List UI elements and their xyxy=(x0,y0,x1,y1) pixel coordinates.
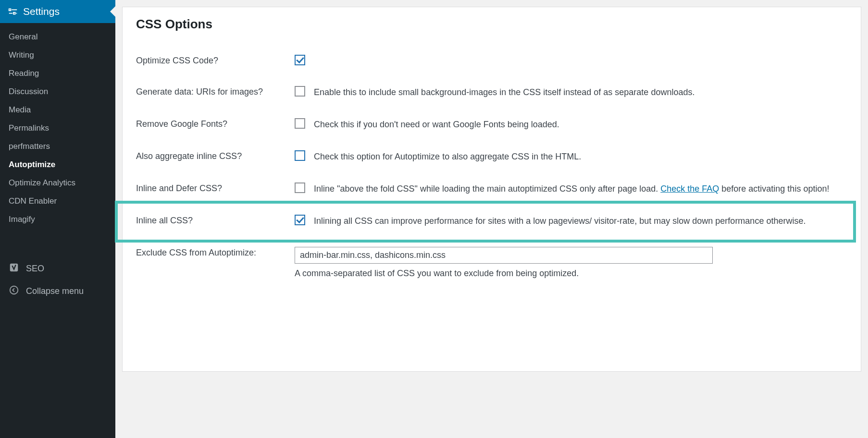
sidebar-collapse-menu[interactable]: Collapse menu xyxy=(0,280,115,303)
sidebar-settings-submenu: General Writing Reading Discussion Media… xyxy=(0,23,115,233)
svg-point-6 xyxy=(10,286,18,294)
remove-google-fonts-label: Remove Google Fonts? xyxy=(136,109,295,141)
exclude-css-input[interactable] xyxy=(295,247,713,264)
sidebar-item-writing[interactable]: Writing xyxy=(0,46,115,64)
exclude-css-label: Exclude CSS from Autoptimize: xyxy=(136,237,295,288)
collapse-icon xyxy=(9,285,19,298)
inline-defer-css-label: Inline and Defer CSS? xyxy=(136,173,295,205)
sidebar-header-label: Settings xyxy=(23,6,60,17)
inline-all-css-label: Inline all CSS? xyxy=(136,205,295,237)
sidebar-item-permalinks[interactable]: Permalinks xyxy=(0,119,115,137)
optimize-css-checkbox[interactable] xyxy=(295,55,305,65)
sidebar-extra-menu: SEO Collapse menu xyxy=(0,253,115,307)
main-content: CSS Options Optimize CSS Code? Generate … xyxy=(115,0,868,438)
aggregate-inline-css-desc: Check this option for Autoptimize to als… xyxy=(314,150,847,163)
aggregate-inline-css-checkbox[interactable] xyxy=(295,150,305,161)
sidebar-item-optimize-analytics[interactable]: Optimize Analytics xyxy=(0,174,115,192)
sidebar-item-discussion[interactable]: Discussion xyxy=(0,83,115,101)
section-title: CSS Options xyxy=(136,17,847,32)
exclude-css-desc: A comma-separated list of CSS you want t… xyxy=(295,268,713,279)
sidebar-item-label: Collapse menu xyxy=(26,286,84,296)
data-uri-checkbox[interactable] xyxy=(295,86,305,97)
sidebar-item-label: SEO xyxy=(26,264,44,274)
sidebar-item-reading[interactable]: Reading xyxy=(0,64,115,83)
inline-defer-css-desc: Inline "above the fold CSS" while loadin… xyxy=(314,182,847,195)
sidebar-item-perfmatters[interactable]: perfmatters xyxy=(0,137,115,156)
sidebar-item-general[interactable]: General xyxy=(0,28,115,46)
remove-google-fonts-checkbox[interactable] xyxy=(295,118,305,129)
inline-all-css-checkbox[interactable] xyxy=(295,215,305,225)
data-uri-label: Generate data: URIs for images? xyxy=(136,76,295,109)
check-faq-link[interactable]: Check the FAQ xyxy=(660,184,719,194)
admin-sidebar: Settings General Writing Reading Discuss… xyxy=(0,0,115,438)
settings-panel: CSS Options Optimize CSS Code? Generate … xyxy=(122,7,861,372)
svg-rect-0 xyxy=(9,9,11,11)
sidebar-item-media[interactable]: Media xyxy=(0,101,115,119)
yoast-icon xyxy=(9,262,19,275)
data-uri-desc: Enable this to include small background-… xyxy=(314,86,847,99)
remove-google-fonts-desc: Check this if you don't need or want Goo… xyxy=(314,118,847,131)
sidebar-item-seo[interactable]: SEO xyxy=(0,257,115,280)
inline-defer-css-checkbox[interactable] xyxy=(295,182,305,193)
svg-rect-2 xyxy=(13,12,15,14)
optimize-css-label: Optimize CSS Code? xyxy=(136,45,295,76)
sidebar-item-autoptimize[interactable]: Autoptimize xyxy=(0,156,115,174)
sidebar-header-settings[interactable]: Settings xyxy=(0,0,115,23)
aggregate-inline-css-label: Also aggregate inline CSS? xyxy=(136,141,295,173)
settings-icon xyxy=(8,6,18,17)
inline-all-css-desc: Inlining all CSS can improve performance… xyxy=(314,215,847,228)
sidebar-item-imagify[interactable]: Imagify xyxy=(0,210,115,229)
sidebar-item-cdn-enabler[interactable]: CDN Enabler xyxy=(0,192,115,210)
